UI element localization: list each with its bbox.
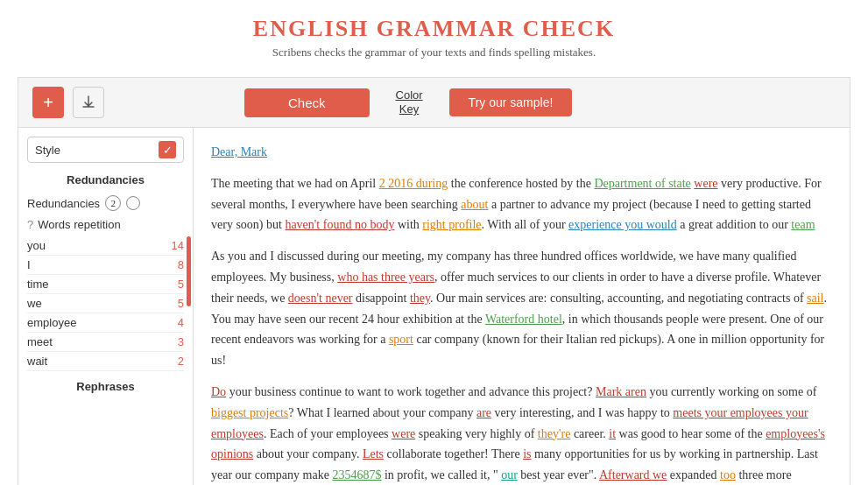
word-item: time5: [27, 275, 184, 294]
word-item: we5: [27, 294, 184, 313]
error-lets[interactable]: Lets: [363, 447, 384, 460]
error-it[interactable]: it: [609, 427, 616, 440]
word-item: you14: [27, 236, 184, 256]
redundancies-title: Redundancies: [27, 173, 184, 186]
error-sail[interactable]: sail: [807, 292, 823, 305]
error-date[interactable]: 2 2016 during: [379, 177, 448, 190]
error-were[interactable]: were: [694, 177, 717, 190]
main-container: Style ✓ Redundancies Redundancies 2 ? Wo…: [18, 127, 850, 485]
redundancies-row[interactable]: Redundancies 2: [27, 193, 184, 213]
word-items-container: you14I8time5we5employee4meet3wait2: [27, 236, 184, 371]
error-too[interactable]: too: [720, 468, 736, 481]
add-button[interactable]: +: [32, 87, 64, 118]
words-repetition-label: Words repetition: [38, 218, 120, 231]
error-were2[interactable]: were: [392, 427, 415, 440]
title-plain: ENGLISH: [253, 16, 377, 41]
error-they[interactable]: they: [410, 292, 430, 305]
color-key[interactable]: ColorKey: [396, 88, 423, 116]
error-is[interactable]: is: [523, 447, 531, 460]
word-count: 3: [178, 335, 184, 348]
error-afterward[interactable]: Afterward we: [599, 468, 667, 481]
sidebar: Style ✓ Redundancies Redundancies 2 ? Wo…: [18, 128, 194, 485]
scroll-indicator[interactable]: [187, 236, 191, 306]
editor-area[interactable]: Dear, Mark The meeting that we had on Ap…: [194, 128, 850, 485]
redundancies-circle: [126, 196, 140, 210]
error-dept[interactable]: Department of state: [594, 177, 690, 190]
paragraph-1: The meeting that we had on April 2 2016 …: [211, 173, 832, 235]
error-are[interactable]: are: [476, 406, 491, 419]
error-doesnt[interactable]: doesn't never: [288, 292, 353, 305]
page-header: ENGLISH GRAMMAR CHECK Scribens checks th…: [0, 0, 868, 77]
download-icon: [81, 95, 96, 110]
error-theyre[interactable]: they're: [538, 427, 571, 440]
error-mark[interactable]: Mark aren: [596, 385, 646, 398]
greeting-text[interactable]: Dear, Mark: [211, 145, 267, 158]
word-list: you14I8time5we5employee4meet3wait2: [27, 236, 184, 371]
error-do[interactable]: Do: [211, 385, 226, 398]
word-label: time: [27, 278, 49, 291]
error-employees[interactable]: employees's opinions: [211, 427, 825, 461]
word-label: I: [27, 258, 31, 271]
word-item: wait2: [27, 352, 184, 371]
paragraph-2: As you and I discussed during our meetin…: [211, 246, 832, 371]
error-right-profile[interactable]: right profile: [422, 218, 481, 231]
download-button[interactable]: [73, 87, 104, 118]
error-amount[interactable]: 2354687$: [332, 468, 381, 481]
rephrases-title: Rephrases: [27, 380, 184, 393]
error-experience[interactable]: experience you would: [568, 218, 677, 231]
word-count: 5: [178, 297, 184, 310]
word-label: we: [27, 297, 42, 310]
check-button[interactable]: Check: [244, 88, 370, 117]
redundancies-link[interactable]: Redundancies: [27, 197, 100, 210]
word-label: wait: [27, 355, 47, 368]
word-item: I8: [27, 256, 184, 275]
word-label: you: [27, 239, 46, 252]
style-bar[interactable]: Style ✓: [27, 137, 184, 163]
word-count: 8: [178, 258, 184, 271]
word-label: employee: [27, 316, 76, 329]
subtitle: Scribens checks the grammar of your text…: [0, 46, 868, 60]
style-check-icon: ✓: [159, 141, 176, 158]
word-label: meet: [27, 335, 53, 348]
word-count: 4: [178, 316, 184, 329]
error-sport[interactable]: sport: [389, 333, 413, 346]
paragraph-3: Do your business continue to want to wor…: [211, 382, 832, 485]
word-count: 14: [172, 239, 184, 252]
sample-button[interactable]: Try our sample!: [449, 88, 573, 116]
help-icon[interactable]: ?: [27, 218, 33, 231]
error-our[interactable]: our: [501, 468, 518, 481]
error-team[interactable]: team: [791, 218, 815, 231]
error-biggest[interactable]: biggest projects: [211, 406, 288, 419]
error-havent[interactable]: haven't found no body: [285, 218, 394, 231]
word-count: 5: [178, 278, 184, 291]
word-count: 2: [178, 355, 184, 368]
redundancies-count: 2: [105, 195, 121, 211]
page-title: ENGLISH GRAMMAR CHECK: [0, 16, 868, 42]
error-about[interactable]: about: [461, 198, 488, 211]
title-highlight: GRAMMAR CHECK: [377, 16, 615, 41]
toolbar: + Check ColorKey Try our sample!: [18, 77, 850, 127]
color-key-link[interactable]: ColorKey: [396, 88, 423, 116]
word-item: employee4: [27, 313, 184, 333]
word-item: meet3: [27, 333, 184, 352]
error-meets[interactable]: meets your employees your employees: [211, 406, 808, 440]
error-waterford[interactable]: Waterford hotel: [485, 313, 562, 326]
words-repetition-row: ? Words repetition: [27, 218, 184, 231]
error-who[interactable]: who has three years: [337, 271, 434, 284]
greeting-line: Dear, Mark: [211, 142, 832, 163]
style-label: Style: [35, 144, 60, 157]
